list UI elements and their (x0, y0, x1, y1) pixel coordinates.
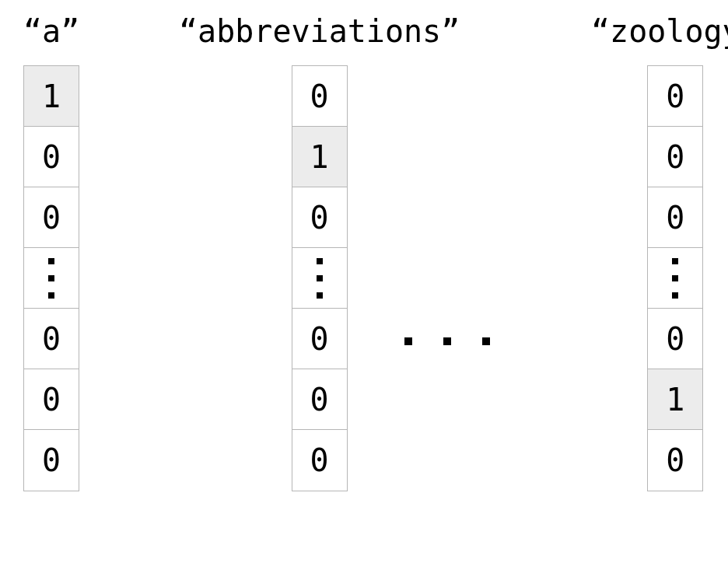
vector-cell: 0 (24, 430, 79, 491)
vector-column: 1 0 0 0 0 0 (23, 65, 79, 491)
vector-group-a: “a” 1 0 0 0 0 0 (23, 16, 79, 491)
vector-label: “zoology” (591, 16, 728, 47)
vector-group-zoology: “zoology” 0 0 0 0 1 0 (591, 16, 728, 491)
vector-column: 0 0 0 0 1 0 (647, 65, 703, 491)
vector-cell: 0 (648, 187, 702, 248)
vector-cell: 0 (292, 66, 347, 127)
vertical-ellipsis-icon (24, 248, 79, 309)
vector-cell: 0 (292, 430, 347, 491)
vector-column: 0 1 0 0 0 0 (292, 65, 348, 491)
vector-cell: 0 (24, 369, 79, 430)
vector-cell: 0 (24, 127, 79, 187)
vector-cell: 1 (24, 66, 79, 127)
vector-cell: 1 (292, 127, 347, 187)
vector-cell: 0 (24, 187, 79, 248)
vertical-ellipsis-icon (292, 248, 347, 309)
vector-cell: 0 (292, 369, 347, 430)
vector-cell: 0 (292, 187, 347, 248)
vector-label: “abbreviations” (179, 16, 460, 47)
vector-label: “a” (23, 16, 79, 47)
vector-cell: 0 (292, 309, 347, 369)
vector-cell: 0 (648, 66, 702, 127)
vector-cell: 1 (648, 369, 702, 430)
vector-cell: 0 (648, 309, 702, 369)
one-hot-diagram: “a” 1 0 0 0 0 0 “abbreviations” 0 1 0 0 … (0, 0, 728, 580)
vector-cell: 0 (24, 309, 79, 369)
vector-cell: 0 (648, 430, 702, 491)
horizontal-ellipsis-icon (404, 337, 490, 345)
vertical-ellipsis-icon (648, 248, 702, 309)
vector-cell: 0 (648, 127, 702, 187)
vector-group-abbreviations: “abbreviations” 0 1 0 0 0 0 (179, 16, 460, 491)
